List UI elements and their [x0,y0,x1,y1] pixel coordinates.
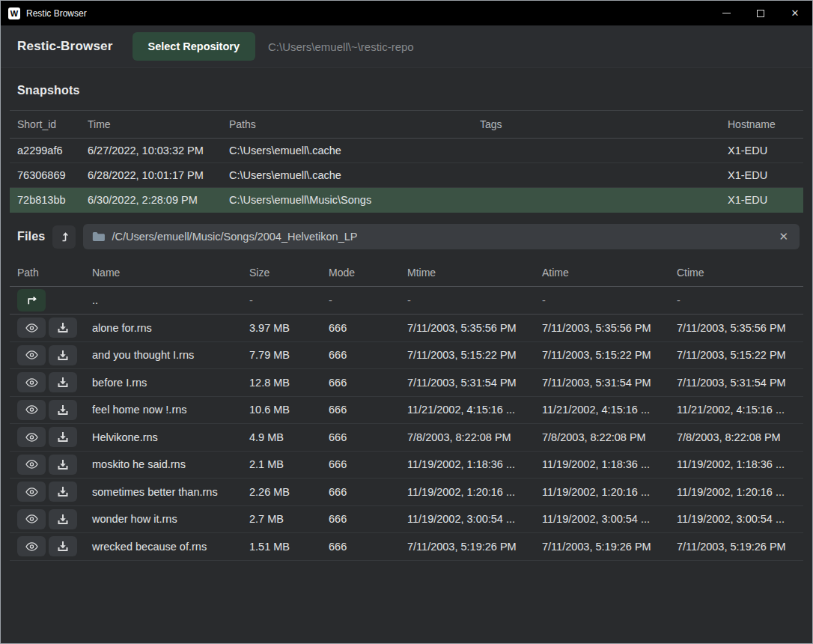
column-header-tags[interactable]: Tags [472,118,720,130]
download-icon [57,541,69,552]
preview-file-button[interactable] [17,509,46,529]
up-then-right-arrow-icon [25,295,38,306]
column-header-short-id[interactable]: Short_id [10,118,80,130]
file-ctime: 7/11/2003, 5:19:26 PM [669,541,803,553]
column-header-path[interactable]: Path [10,267,85,279]
file-row: moskito he said.rns 2.1 MB 666 11/19/200… [10,452,803,479]
snapshot-row[interactable]: a2299af6 6/27/2022, 10:03:32 PM C:\Users… [10,139,803,163]
file-name: feel home now !.rns [85,404,242,416]
file-atime: 7/8/2003, 8:22:08 PM [535,431,669,443]
column-header-mtime[interactable]: Mtime [400,267,535,279]
column-header-hostname[interactable]: Hostname [720,118,803,130]
snapshot-row[interactable]: 76306869 6/28/2022, 10:01:17 PM C:\Users… [10,163,803,188]
file-name: .. [85,294,242,306]
snapshot-paths: C:\Users\emuell\.cache [222,169,472,181]
file-size: 2.7 MB [242,513,321,525]
select-repository-button[interactable]: Select Repository [133,32,256,61]
file-mtime: - [400,294,535,306]
download-file-button[interactable] [49,345,77,365]
download-file-button[interactable] [49,400,77,420]
file-row: Helvikone.rns 4.9 MB 666 7/8/2003, 8:22:… [10,424,803,452]
files-table-body: alone for.rns 3.97 MB 666 7/11/2003, 5:3… [10,315,803,561]
preview-file-button[interactable] [17,455,46,475]
snapshot-short-id: 76306869 [10,169,80,181]
file-size: 12.8 MB [242,377,321,389]
file-atime: 7/11/2003, 5:15:22 PM [535,349,669,361]
file-name: sometimes better than.rns [85,486,242,498]
close-icon: ✕ [791,7,800,19]
file-row: feel home now !.rns 10.6 MB 666 11/21/20… [10,397,803,425]
file-size: 1.51 MB [242,541,321,553]
preview-file-button[interactable] [17,482,46,502]
download-file-button[interactable] [49,455,77,475]
file-size: 3.97 MB [242,322,321,334]
file-atime: 11/19/2002, 1:20:16 ... [535,486,669,498]
eye-icon [25,541,39,552]
file-name: moskito he said.rns [85,458,242,470]
current-path-bar[interactable]: /C/Users/emuell/Music/Songs/2004_Helveti… [83,224,800,249]
file-name: wrecked because of.rns [85,541,242,553]
preview-file-button[interactable] [17,400,46,420]
download-file-button[interactable] [49,372,77,392]
file-row: wrecked because of.rns 1.51 MB 666 7/11/… [10,533,803,561]
file-ctime: 11/19/2002, 1:20:16 ... [669,486,803,498]
minimize-button[interactable] [709,1,743,25]
current-path-text: /C/Users/emuell/Music/Songs/2004_Helveti… [112,231,770,243]
file-mtime: 11/19/2002, 1:18:36 ... [400,458,535,470]
file-mtime: 7/11/2003, 5:15:22 PM [400,349,535,361]
file-mode: 666 [321,349,400,361]
file-atime: 7/11/2003, 5:31:54 PM [535,377,669,389]
file-atime: - [535,294,669,306]
download-file-button[interactable] [49,536,77,556]
download-icon [57,377,69,388]
preview-file-button[interactable] [17,318,46,338]
column-header-size[interactable]: Size [242,267,321,279]
file-mode: 666 [321,458,400,470]
eye-icon [25,487,39,497]
snapshot-hostname: X1-EDU [720,194,803,206]
file-name: before I.rns [85,377,242,389]
preview-file-button[interactable] [17,427,46,447]
toolbar: Restic-Browser Select Repository C:\User… [1,25,812,68]
files-heading: Files [17,230,45,243]
file-row: alone for.rns 3.97 MB 666 7/11/2003, 5:3… [10,315,803,342]
file-ctime: 11/21/2002, 4:15:16 ... [669,404,803,416]
download-file-button[interactable] [49,318,77,338]
file-mtime: 11/19/2002, 1:20:16 ... [400,486,535,498]
parent-directory-button[interactable] [17,289,46,312]
preview-file-button[interactable] [17,345,46,365]
folder-icon [92,231,105,242]
column-header-time[interactable]: Time [80,118,222,130]
snapshots-heading: Snapshots [17,84,812,97]
file-atime: 7/11/2003, 5:19:26 PM [535,541,669,553]
download-file-button[interactable] [49,482,77,502]
column-header-atime[interactable]: Atime [535,267,669,279]
go-up-directory-button[interactable] [52,225,76,249]
snapshot-short-id: 72b813bb [10,194,80,206]
file-atime: 11/21/2002, 4:15:16 ... [535,404,669,416]
column-header-paths[interactable]: Paths [222,118,472,130]
files-table-header: Path Name Size Mode Mtime Atime Ctime [10,258,803,287]
preview-file-button[interactable] [17,372,46,392]
preview-file-button[interactable] [17,536,46,556]
file-size: - [242,294,321,306]
close-button[interactable]: ✕ [778,1,812,25]
file-size: 4.9 MB [242,431,321,443]
download-file-button[interactable] [49,509,77,529]
maximize-button[interactable] [743,1,778,25]
column-header-name[interactable]: Name [85,267,242,279]
download-file-button[interactable] [49,427,77,447]
file-name: alone for.rns [85,322,242,334]
column-header-mode[interactable]: Mode [321,267,400,279]
file-atime: 11/19/2002, 3:00:54 ... [535,513,669,525]
clear-path-icon[interactable]: ✕ [776,230,791,243]
app-window: W Restic Browser ✕ Restic-Browser Select… [0,0,813,644]
column-header-ctime[interactable]: Ctime [669,267,803,279]
snapshot-row-selected[interactable]: 72b813bb 6/30/2022, 2:28:09 PM C:\Users\… [10,188,803,213]
file-mtime: 11/19/2002, 3:00:54 ... [400,513,535,525]
eye-icon [25,323,39,333]
eye-icon [25,377,39,388]
download-icon [57,459,69,470]
file-atime: 11/19/2002, 1:18:36 ... [535,458,669,470]
file-mode: 666 [321,541,400,553]
